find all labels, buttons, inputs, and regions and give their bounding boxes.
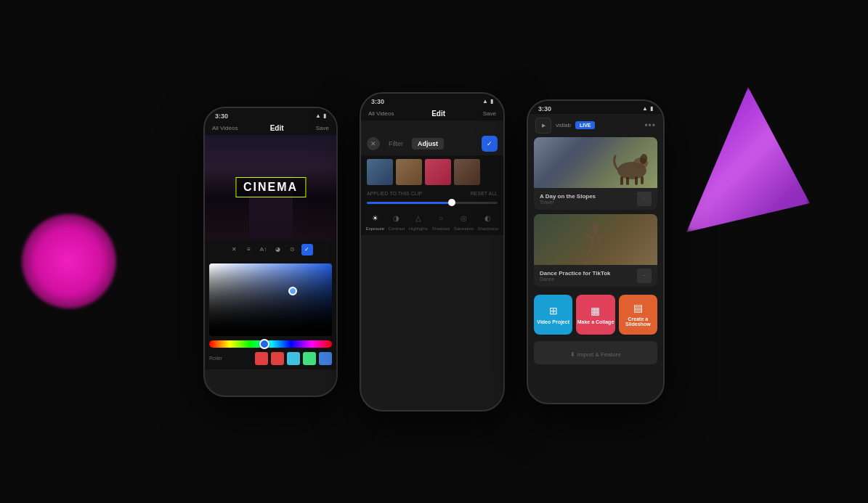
left-phone-status-bar: 3:30 ▲ ▮	[205, 108, 336, 121]
import-label: ⬇ Import & Feature	[570, 351, 620, 358]
center-status-bar: 3:30 ▲ ▮	[361, 94, 503, 107]
shadows-label: Shadows	[432, 226, 450, 231]
toolbar-more-btn[interactable]: ⊙	[287, 244, 299, 255]
contrast-label: Contrast	[389, 226, 405, 231]
contrast-icon: ◑	[390, 212, 403, 225]
video-card-2-more-btn[interactable]: −	[637, 269, 652, 283]
adjust-slider-thumb	[448, 199, 455, 206]
video-card-2-thumbnail	[534, 214, 657, 265]
left-nav-save[interactable]: Save	[316, 125, 329, 131]
swatch-red[interactable]	[255, 352, 268, 365]
sharpness-icon: ◐	[482, 212, 495, 225]
hue-slider[interactable]	[209, 340, 332, 348]
thumbnails-row	[361, 155, 503, 189]
left-status-time: 3:30	[215, 113, 228, 120]
pink-blob-decoration	[22, 214, 116, 308]
center-status-time: 3:30	[371, 98, 384, 105]
app-logo-icon: ▶	[542, 123, 545, 128]
highlights-label: Highlights	[409, 226, 428, 231]
toolbar-text-btn[interactable]: A↑	[258, 244, 269, 255]
video-card-1[interactable]: A Day on the Slopes Travel ···	[534, 137, 657, 210]
tool-shadows[interactable]: ○ Shadows	[432, 212, 450, 231]
sharpness-label: Sharpness	[478, 226, 499, 231]
wifi-icon: ▲	[315, 113, 321, 119]
filter-confirm-button[interactable]: ✓	[482, 136, 498, 152]
left-video-toolbar: ✕ ≡ A↑ ◕ ⊙ ✓	[205, 240, 336, 259]
purple-triangle-decoration	[686, 87, 810, 232]
cinema-text-box: CINEMA	[235, 177, 306, 197]
tool-contrast[interactable]: ◑ Contrast	[389, 212, 405, 231]
swatch-label: Roller	[209, 356, 222, 361]
import-button[interactable]: ⬇ Import & Feature	[534, 341, 657, 364]
left-nav-back[interactable]: All Videos	[212, 125, 238, 131]
color-swatches-row: Roller	[209, 352, 332, 365]
svg-rect-10	[620, 176, 623, 185]
saturation-icon: ◎	[457, 212, 470, 225]
main-scene: 3:30 ▲ ▮ All Videos Edit Save CINEMA ✕	[0, 0, 868, 503]
make-collage-button[interactable]: ▦ Make a Collage	[576, 295, 615, 335]
more-options-icon[interactable]: •••	[644, 120, 656, 131]
swatch-cyan[interactable]	[287, 352, 300, 365]
app-header: ▶ vidlab LIVE •••	[528, 114, 663, 137]
center-nav-title: Edit	[431, 110, 445, 118]
app-logo: ▶	[535, 118, 551, 134]
video-card-1-subtitle: Travel	[540, 200, 596, 205]
adjust-slider-track[interactable]	[367, 202, 498, 204]
video-card-2-title: Dance Practice for TikTok	[540, 270, 611, 277]
toolbar-confirm-btn[interactable]: ✓	[301, 244, 313, 255]
swatches-container	[255, 352, 332, 365]
swatch-blue[interactable]	[319, 352, 332, 365]
wifi-icon: ▲	[482, 98, 488, 105]
tool-saturation[interactable]: ◎ Saturation	[454, 212, 474, 231]
shadows-icon: ○	[434, 212, 447, 225]
left-top-nav: All Videos Edit Save	[205, 121, 336, 135]
right-status-time: 3:30	[538, 105, 551, 113]
thumbnail-4[interactable]	[454, 159, 480, 185]
video-card-1-text: A Day on the Slopes Travel	[540, 193, 596, 205]
tool-exposure[interactable]: ☀ Exposure	[366, 212, 384, 231]
svg-rect-11	[626, 177, 629, 185]
video-card-2-subtitle: Dance	[540, 277, 611, 282]
color-picker-gradient[interactable]	[209, 263, 332, 336]
video-card-1-title: A Day on the Slopes	[540, 193, 596, 200]
filter-tab[interactable]: Filter	[384, 138, 407, 150]
right-status-bar: 3:30 ▲ ▮	[528, 101, 663, 114]
center-status-icons: ▲ ▮	[482, 98, 493, 105]
battery-icon: ▮	[323, 113, 326, 119]
swatch-green[interactable]	[303, 352, 316, 365]
video-project-icon: ⊞	[549, 305, 558, 316]
center-nav-back[interactable]: All Videos	[368, 110, 394, 117]
tool-sharpness[interactable]: ◐ Sharpness	[478, 212, 499, 231]
thumbnail-2[interactable]	[396, 159, 422, 185]
create-slideshow-button[interactable]: ▤ Create a Slideshow	[619, 295, 657, 335]
slideshow-icon: ▤	[633, 302, 643, 314]
adjust-slider-container	[361, 198, 503, 208]
video-card-1-info: A Day on the Slopes Travel ···	[534, 188, 657, 210]
video-project-button[interactable]: ⊞ Video Project	[534, 295, 572, 335]
thumbnail-1[interactable]	[367, 159, 393, 185]
toolbar-align-btn[interactable]: ≡	[243, 244, 255, 255]
tool-highlights[interactable]: △ Highlights	[409, 212, 428, 231]
action-buttons-row: ⊞ Video Project ▦ Make a Collage ▤ Creat…	[528, 291, 663, 338]
video-project-label: Video Project	[537, 319, 569, 324]
center-phone: 3:30 ▲ ▮ All Videos Edit Save	[360, 92, 505, 412]
video-card-1-more-btn[interactable]: ···	[637, 192, 652, 206]
center-nav-save[interactable]: Save	[483, 110, 496, 117]
bottom-tools-row: ☀ Exposure ◑ Contrast △ Highlights ○ Sha…	[361, 208, 503, 235]
adjust-slider-fill	[367, 202, 452, 204]
color-picker-section: Roller	[205, 259, 336, 369]
adjust-tab[interactable]: Adjust	[412, 138, 444, 150]
saturation-label: Saturation	[454, 226, 474, 231]
reset-all-label[interactable]: RESET ALL	[471, 191, 498, 196]
video-card-2-text: Dance Practice for TikTok Dance	[540, 270, 611, 282]
video-card-2[interactable]: Dance Practice for TikTok Dance −	[534, 214, 657, 287]
video-card-2-info: Dance Practice for TikTok Dance −	[534, 265, 657, 287]
color-picker-cursor	[288, 287, 297, 295]
collage-label: Make a Collage	[577, 319, 615, 324]
toolbar-close-btn[interactable]: ✕	[229, 244, 240, 255]
swatch-red2[interactable]	[271, 352, 284, 365]
apply-to-label: APPLIED TO THIS CLIP	[367, 191, 422, 196]
filter-close-button[interactable]: ✕	[367, 137, 380, 150]
thumbnail-3[interactable]	[425, 159, 451, 185]
toolbar-color-btn[interactable]: ◕	[272, 244, 284, 255]
